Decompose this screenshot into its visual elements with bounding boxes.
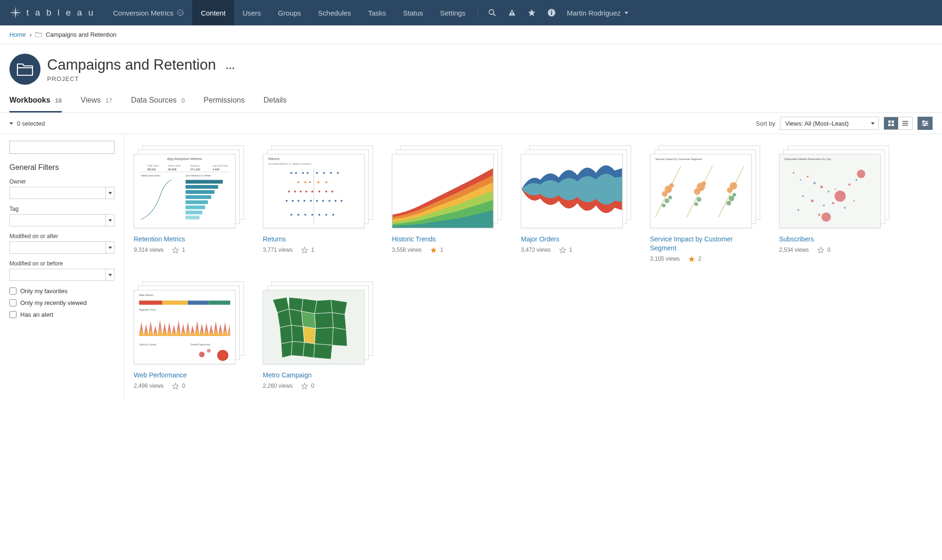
svg-point-26 <box>924 124 925 126</box>
more-actions-button[interactable]: ••• <box>226 64 236 72</box>
workbook-favorite[interactable]: 1 <box>559 247 572 254</box>
breadcrumb-sep: › <box>30 31 32 38</box>
workbook-favorite[interactable]: 1 <box>430 247 443 254</box>
nav-status[interactable]: Status <box>395 0 432 25</box>
mod-before-filter[interactable] <box>9 269 114 281</box>
list-view-button[interactable] <box>898 117 912 129</box>
chevron-down-icon <box>625 12 628 14</box>
sort-select[interactable]: Views: All (Most–Least) <box>780 117 879 130</box>
workbook-title[interactable]: Major Orders <box>521 235 631 244</box>
logo[interactable]: t a b l e a u <box>0 7 105 19</box>
workbook-favorite[interactable]: 0 <box>817 247 830 254</box>
workbook-views: 3,771 views <box>263 247 292 253</box>
info-icon[interactable] <box>547 8 556 17</box>
svg-point-25 <box>926 122 927 124</box>
workbook-card: Retention Metrics 9,314 views 1 <box>134 145 244 263</box>
has-alert-check[interactable]: Has an alert <box>9 311 114 318</box>
svg-rect-9 <box>512 11 513 14</box>
filter-search-input[interactable] <box>9 141 114 154</box>
breadcrumb-home[interactable]: Home <box>9 31 26 38</box>
workbook-card: Historic Trends 3,558 views 1 <box>392 145 502 263</box>
workbook-card: Metro Campaign 2,260 views 0 <box>263 281 373 390</box>
workbook-views: 2,534 views <box>779 247 809 253</box>
sidebar: General Filters Owner Tag Modified on or… <box>0 134 124 401</box>
workbook-favorite[interactable]: 2 <box>688 256 701 263</box>
workbook-thumbnail[interactable] <box>521 145 631 228</box>
svg-rect-17 <box>892 124 894 126</box>
workbook-thumbnail[interactable] <box>779 145 889 228</box>
alert-icon[interactable] <box>507 8 517 17</box>
owner-label: Owner <box>9 178 114 185</box>
nav-tasks[interactable]: Tasks <box>359 0 394 25</box>
tab-views[interactable]: Views17 <box>81 90 112 112</box>
nav-users[interactable]: Users <box>234 0 269 25</box>
workbook-thumbnail[interactable] <box>263 145 373 228</box>
tag-label: Tag <box>9 206 114 212</box>
nav-icons <box>482 8 562 17</box>
favorites-icon[interactable] <box>527 8 536 17</box>
svg-point-13 <box>551 10 552 11</box>
tab-data-sources[interactable]: Data Sources0 <box>131 90 185 112</box>
workbook-thumbnail[interactable] <box>134 145 244 228</box>
workbook-title[interactable]: Metro Campaign <box>263 371 373 380</box>
breadcrumb-current: Campaigns and Retention <box>46 31 116 38</box>
workbook-favorite[interactable]: 1 <box>172 247 185 254</box>
workbook-title[interactable]: Service Impact by Customer Segment <box>650 235 760 253</box>
workbook-thumbnail[interactable] <box>392 145 502 228</box>
svg-rect-20 <box>902 125 908 126</box>
tableau-logo-icon <box>9 7 22 19</box>
workbook-card: Web Performance 2,498 views 0 <box>134 281 244 390</box>
svg-rect-15 <box>892 120 894 123</box>
workbook-title[interactable]: Retention Metrics <box>134 235 244 244</box>
nav-content[interactable]: Content <box>192 0 234 25</box>
view-toggle <box>884 117 913 130</box>
user-name: Martin Rodriguez <box>567 9 620 17</box>
workbook-title[interactable]: Subscribers <box>779 235 889 244</box>
workbook-title[interactable]: Returns <box>263 235 373 244</box>
nav-groups[interactable]: Groups <box>269 0 309 25</box>
svg-rect-12 <box>551 12 552 15</box>
tab-workbooks[interactable]: Workbooks16 <box>9 90 62 112</box>
workbook-card: Major Orders 3,472 views 1 <box>521 145 631 263</box>
svg-rect-19 <box>902 123 908 124</box>
workbook-thumbnail[interactable] <box>134 281 244 364</box>
sort-label: Sort by <box>756 120 775 127</box>
workbook-thumbnail[interactable] <box>263 281 373 364</box>
only-favorites-check[interactable]: Only my favorites <box>9 288 114 295</box>
project-icon <box>9 54 41 85</box>
mod-after-filter[interactable] <box>9 241 114 254</box>
tab-details[interactable]: Details <box>263 90 286 112</box>
svg-point-24 <box>923 120 924 122</box>
owner-filter[interactable] <box>9 187 114 199</box>
brand-text: t a b l e a u <box>26 8 95 18</box>
main: General Filters Owner Tag Modified on or… <box>0 134 942 401</box>
title-area: Campaigns and Retention ••• PROJECT <box>0 44 942 90</box>
selection-dropdown[interactable]: 0 selected <box>9 120 45 127</box>
only-recent-check[interactable]: Only my recently viewed <box>9 299 114 306</box>
workbook-favorite[interactable]: 1 <box>301 247 314 254</box>
subtabs: Workbooks16 Views17 Data Sources0 Permis… <box>0 90 942 113</box>
site-name: Conversion Metrics <box>113 9 173 17</box>
workbook-title[interactable]: Historic Trends <box>392 235 502 244</box>
filter-panel-button[interactable] <box>918 117 933 130</box>
user-menu[interactable]: Martin Rodriguez <box>562 9 637 17</box>
selection-text: 0 selected <box>17 120 45 127</box>
workbook-views: 3,105 views <box>650 256 680 262</box>
nav-schedules[interactable]: Schedules <box>309 0 359 25</box>
tab-permissions[interactable]: Permissions <box>203 90 244 112</box>
search-icon[interactable] <box>487 8 497 17</box>
workbook-favorite[interactable]: 0 <box>301 383 314 390</box>
nav-settings[interactable]: Settings <box>431 0 474 25</box>
project-subtitle: PROJECT <box>47 75 236 82</box>
workbook-favorite[interactable]: 0 <box>172 383 185 390</box>
workbook-thumbnail[interactable] <box>650 145 760 228</box>
site-dropdown[interactable]: Conversion Metrics <box>105 9 192 17</box>
svg-point-6 <box>178 10 183 16</box>
grid-view-button[interactable] <box>884 117 898 129</box>
nav-separator <box>478 7 478 18</box>
workbook-title[interactable]: Web Performance <box>134 371 244 380</box>
tag-filter[interactable] <box>9 214 114 226</box>
workbook-card: Returns 3,771 views 1 <box>263 145 373 263</box>
nav-items: Content Users Groups Schedules Tasks Sta… <box>192 0 474 25</box>
workbook-views: 3,558 views <box>392 247 422 253</box>
